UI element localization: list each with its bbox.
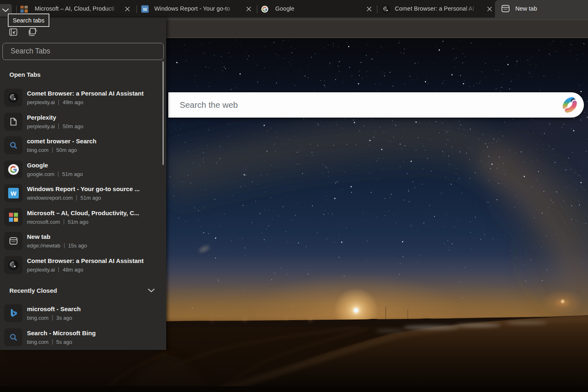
svg-text:W: W (10, 190, 16, 197)
